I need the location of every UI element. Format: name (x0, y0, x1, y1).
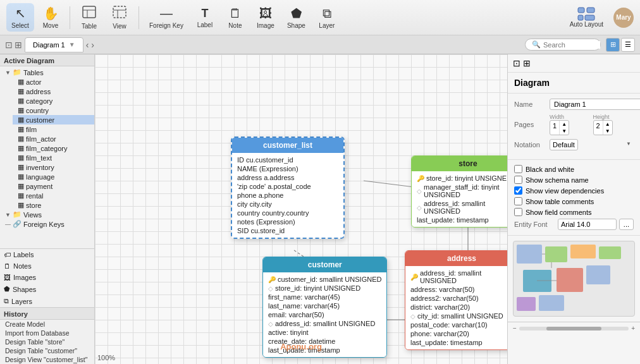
checkbox-bw-input[interactable] (514, 165, 522, 173)
diagram-tab[interactable]: Diagram 1 ▼ (25, 37, 83, 52)
history-item-3[interactable]: Design Table "customer" (0, 346, 94, 355)
fk-label: Foreign Keys (23, 221, 65, 228)
sidebar-item-address[interactable]: ▦address (13, 87, 94, 96)
sidebar-fk-group[interactable]: — 🔗 Foreign Keys (0, 219, 94, 229)
tool-foreign-key[interactable]: — Foreign Key (144, 4, 188, 32)
shape-icon: ⬟ (291, 6, 302, 21)
sidebar-toggle-left[interactable]: ⊡ (5, 40, 13, 50)
table-row: 🔑address_id: smallint UNSIGNED (410, 269, 507, 285)
select-icon: ↖ (15, 6, 26, 21)
sidebar-images[interactable]: 🖼 Images (0, 272, 94, 283)
sidebar-item-actor[interactable]: ▦actor (13, 77, 94, 87)
table-row: ◇city_id: smallint UNSIGNED (410, 312, 507, 320)
toolbar-right: Auto Layout Mary (565, 4, 634, 30)
tool-note[interactable]: 🗒 Note (221, 4, 249, 32)
table-row: 'zip code' a.postal_code (237, 182, 338, 191)
sidebar-notes[interactable]: 🗒 Notes (0, 260, 94, 272)
tool-label[interactable]: T Label (191, 4, 219, 31)
view-icon (113, 6, 126, 21)
tool-shape-label: Shape (287, 22, 305, 29)
tab-nav-right[interactable]: › (91, 40, 94, 50)
tool-select[interactable]: ↖ Select (6, 3, 34, 32)
panel-icon-left[interactable]: ⊡ (513, 58, 520, 68)
tool-view[interactable]: View (106, 3, 133, 32)
height-up-btn[interactable]: ▲ (603, 121, 612, 128)
user-avatar[interactable]: Mary (613, 8, 634, 28)
tab-nav-left[interactable]: ‹ (86, 40, 89, 50)
table-icon (82, 6, 96, 21)
sidebar-labels[interactable]: 🏷 Labels (0, 249, 94, 260)
notes-icon: 🗒 (4, 262, 11, 270)
sidebar-item-film-text[interactable]: ▦film_text (13, 153, 94, 162)
panel-name-row: Name (514, 99, 634, 110)
sidebar-layers[interactable]: ⧉ Layers (0, 295, 94, 307)
sidebar-item-country[interactable]: ▦country (13, 106, 94, 115)
checkbox-schema-input[interactable] (514, 176, 522, 184)
sidebar-item-film[interactable]: ▦film (13, 124, 94, 134)
panel-icon-right[interactable]: ⊞ (523, 58, 531, 68)
scroll-track[interactable] (519, 327, 629, 331)
sidebar-item-category[interactable]: ▦category (13, 96, 94, 106)
tool-move[interactable]: ✋ Move (37, 3, 65, 32)
checkbox-view-deps-input[interactable] (514, 186, 522, 195)
svg-line-10 (364, 181, 414, 187)
panel-scrollbar: − + (508, 322, 640, 334)
canvas[interactable]: customer_list ID cu.customer_id NAME (Ex… (95, 54, 507, 364)
sidebar-item-language[interactable]: ▦language (13, 172, 94, 181)
tool-shape[interactable]: ⬟ Shape (282, 3, 311, 32)
table-customer-list[interactable]: customer_list ID cu.customer_id NAME (Ex… (231, 136, 345, 239)
search-box[interactable]: 🔍 (525, 39, 601, 51)
table-row: ◇address_id: smallint UNSIGNED (417, 199, 507, 215)
sidebar-shapes[interactable]: ⬟ Shapes (0, 283, 94, 295)
checkbox-field-comments-input[interactable] (514, 208, 522, 216)
sidebar-item-store[interactable]: ▦store (13, 200, 94, 210)
history-item-1[interactable]: Import from Database (0, 329, 94, 337)
sidebar-item-film-actor[interactable]: ▦film_actor (13, 134, 94, 143)
height-down-btn[interactable]: ▼ (603, 128, 612, 135)
zoom-label: 100% (97, 354, 115, 361)
table-row: address a.address (237, 173, 338, 182)
tables-folder-icon: 📁 (13, 68, 22, 76)
sidebar-item-inventory[interactable]: ▦inventory (13, 162, 94, 172)
table-row: first_name: varchar(45) (268, 293, 381, 301)
sidebar-tables-group[interactable]: ▼ 📁 Tables (0, 68, 94, 77)
history-item-4[interactable]: Design View "customer_list" (0, 355, 94, 364)
tool-table[interactable]: Table (75, 3, 103, 32)
scroll-right-btn[interactable]: + (631, 325, 635, 332)
sidebar-item-payment[interactable]: ▦payment (13, 181, 94, 191)
width-down-btn[interactable]: ▼ (560, 128, 569, 135)
label-icon: T (201, 7, 208, 20)
search-input[interactable] (543, 41, 600, 49)
view-toggle-grid[interactable]: ⊞ (606, 38, 620, 52)
sidebar-item-film-category[interactable]: ▦film_category (13, 143, 94, 153)
history-item-2[interactable]: Design Table "store" (0, 337, 94, 346)
tool-image[interactable]: 🖼 Image (252, 4, 280, 32)
table-store[interactable]: store 🔑store_id: tinyint UNSIGNED ◇manag… (411, 155, 507, 228)
entity-font-dots-btn[interactable]: ... (619, 219, 634, 230)
foreign-key-icon: — (160, 6, 173, 21)
sidebar-item-rental[interactable]: ▦rental (13, 191, 94, 200)
sidebar-views-group[interactable]: ▼ 📁 Views (0, 210, 94, 219)
checkbox-table-comments: Show table comments (514, 197, 634, 205)
sidebar-item-customer[interactable]: ▦customer (13, 115, 94, 124)
auto-layout-button[interactable]: Auto Layout (565, 4, 608, 30)
table-address-header: address (405, 251, 507, 266)
table-icon-film-category: ▦ (18, 144, 24, 152)
notation-select-wrapper[interactable]: Default (550, 139, 634, 150)
tool-view-label: View (113, 23, 126, 30)
name-input[interactable] (550, 99, 640, 110)
view-toggle-list[interactable]: ☰ (621, 38, 635, 52)
table-address[interactable]: address 🔑address_id: smallint UNSIGNED a… (405, 250, 507, 350)
pages-height-value: 2 (594, 121, 603, 135)
history-item-0[interactable]: Create Model (0, 320, 94, 329)
width-up-btn[interactable]: ▲ (560, 121, 569, 128)
checkbox-table-comments-input[interactable] (514, 197, 522, 205)
table-row: email: varchar(50) (268, 310, 381, 319)
table-row: 🔑store_id: tinyint UNSIGNED (417, 174, 507, 183)
notation-select[interactable]: Default (550, 139, 578, 150)
tool-fk-label: Foreign Key (149, 22, 183, 29)
scroll-left-btn[interactable]: − (513, 325, 517, 332)
sidebar-toggle-right[interactable]: ⊞ (15, 40, 22, 50)
tool-layer[interactable]: ⧉ Layer (313, 4, 341, 32)
tool-label-label: Label (197, 21, 212, 28)
